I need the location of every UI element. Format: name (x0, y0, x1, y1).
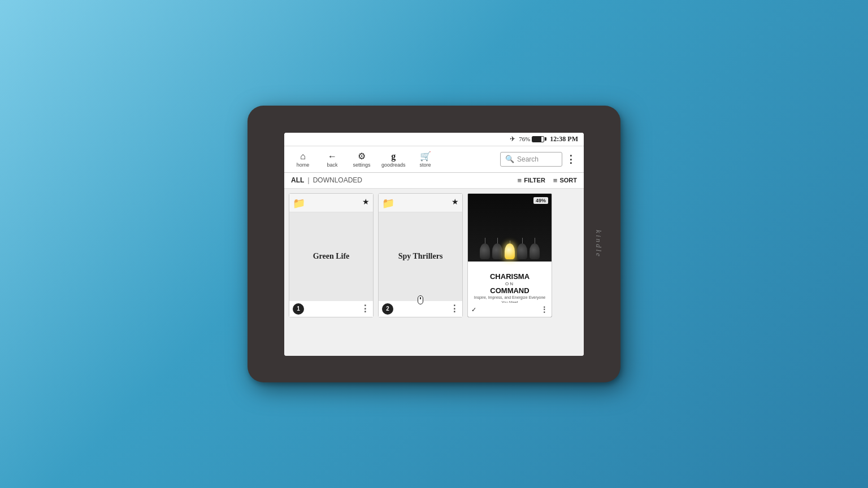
filter-button-label: FILTER (524, 177, 545, 184)
card-footer-green-life: 1 ⋮ (289, 301, 373, 317)
collection-card-green-life[interactable]: 📁 ★ Green Life 1 ⋮ (289, 193, 374, 317)
search-icon: 🔍 (505, 155, 514, 164)
folder-icon: 📁 (382, 197, 394, 210)
settings-icon: ⚙ (358, 151, 366, 162)
cover-card-footer: ✓ ⋮ (468, 303, 552, 317)
filter-bar: ALL | DOWNLOADED ≡ FILTER ≡ SORT (284, 173, 584, 189)
folder-icon: 📁 (293, 197, 305, 210)
nav-label-settings: settings (353, 162, 370, 168)
star-icon: ★ (362, 197, 370, 207)
battery-body (532, 136, 544, 142)
card-title-spy-thrillers: Spy Thrillers (394, 252, 448, 261)
search-placeholder: Search (517, 155, 539, 163)
nav-label-store: store (420, 162, 431, 168)
sort-button[interactable]: ≡ SORT (553, 176, 577, 185)
nav-label-back: back (327, 162, 337, 168)
collection-card-spy-thrillers[interactable]: 📁 ★ Spy Thrillers 2 ⋮ (378, 193, 463, 317)
cursor-dot (420, 297, 421, 299)
store-icon: 🛒 (420, 151, 431, 162)
more-menu-button[interactable]: ⋮ (562, 153, 579, 165)
nav-label-goodreads: goodreads (381, 162, 406, 168)
filter-icon: ≡ (518, 176, 522, 185)
nav-item-home[interactable]: ⌂ home (289, 150, 317, 169)
nav-bar: ⌂ home ← back ⚙ settings g goodreads 🛒 (284, 146, 584, 173)
nav-item-back[interactable]: ← back (318, 150, 346, 169)
bulb-bright (505, 243, 515, 259)
clock-time: 12:38 PM (550, 135, 578, 143)
sort-icon: ≡ (553, 176, 558, 185)
battery-container: 76% (519, 136, 546, 142)
nav-item-store[interactable]: 🛒 store (411, 150, 440, 169)
book-cover-area: CHARISMA ON COMMAND Inspire, Impress, an… (468, 194, 552, 317)
back-icon: ← (328, 151, 337, 162)
kindle-device: kindle ✈ 76% 12:38 PM ⌂ home (248, 106, 620, 382)
kindle-screen: ✈ 76% 12:38 PM ⌂ home ← (284, 133, 584, 356)
progress-badge: 49% (533, 197, 548, 204)
filter-right: ≡ FILTER ≡ SORT (518, 176, 577, 185)
bulb-dim-3 (517, 243, 527, 259)
filter-separator: | (307, 176, 309, 184)
filter-left: ALL | DOWNLOADED (291, 176, 362, 184)
nav-icons: ⌂ home ← back ⚙ settings g goodreads 🛒 (289, 150, 500, 169)
kindle-brand-label: kindle (594, 230, 603, 258)
battery-icon (532, 136, 546, 142)
filter-all-label[interactable]: ALL (291, 176, 304, 184)
card-menu-green-life[interactable]: ⋮ (361, 304, 370, 313)
goodreads-icon: g (391, 151, 396, 162)
battery-tip (545, 137, 546, 141)
search-box[interactable]: 🔍 Search (500, 152, 562, 167)
book-title-command: COMMAND (490, 287, 529, 295)
nav-item-settings[interactable]: ⚙ settings (348, 150, 376, 169)
airplane-mode-icon: ✈ (510, 135, 515, 143)
bulb-dim-4 (530, 243, 540, 259)
book-title-charisma: CHARISMA (490, 273, 530, 281)
filter-button[interactable]: ≡ FILTER (518, 176, 545, 185)
card-header-spy-thrillers: 📁 ★ (379, 194, 462, 212)
card-body-spy-thrillers: Spy Thrillers (379, 212, 462, 301)
book-title-on: ON (505, 281, 514, 286)
book-menu-button[interactable]: ⋮ (540, 305, 548, 315)
card-title-green-life: Green Life (309, 252, 354, 261)
library-content: 📁 ★ Green Life 1 ⋮ 📁 ★ Spy Thrille (284, 189, 584, 356)
book-card-charisma-on-command[interactable]: CHARISMA ON COMMAND Inspire, Impress, an… (467, 193, 552, 317)
card-count-spy-thrillers: 2 (382, 303, 393, 315)
card-count-green-life: 1 (293, 303, 304, 315)
checkmark-icon: ✓ (471, 306, 476, 313)
filter-downloaded-label[interactable]: DOWNLOADED (313, 176, 362, 184)
card-body-green-life: Green Life (289, 212, 373, 301)
status-bar: ✈ 76% 12:38 PM (284, 133, 584, 146)
star-icon: ★ (452, 197, 459, 207)
battery-percent-label: 76% (519, 136, 530, 142)
card-header-green-life: 📁 ★ (289, 194, 373, 212)
battery-fill (532, 137, 541, 142)
card-menu-spy-thrillers[interactable]: ⋮ (450, 304, 459, 313)
nav-label-home: home (297, 162, 310, 168)
sort-button-label: SORT (559, 177, 577, 184)
cursor-indicator (418, 295, 423, 304)
bulb-dim-2 (492, 243, 502, 259)
nav-item-goodreads[interactable]: g goodreads (377, 150, 410, 169)
bulb-dim-1 (480, 243, 490, 259)
home-icon: ⌂ (300, 151, 306, 162)
